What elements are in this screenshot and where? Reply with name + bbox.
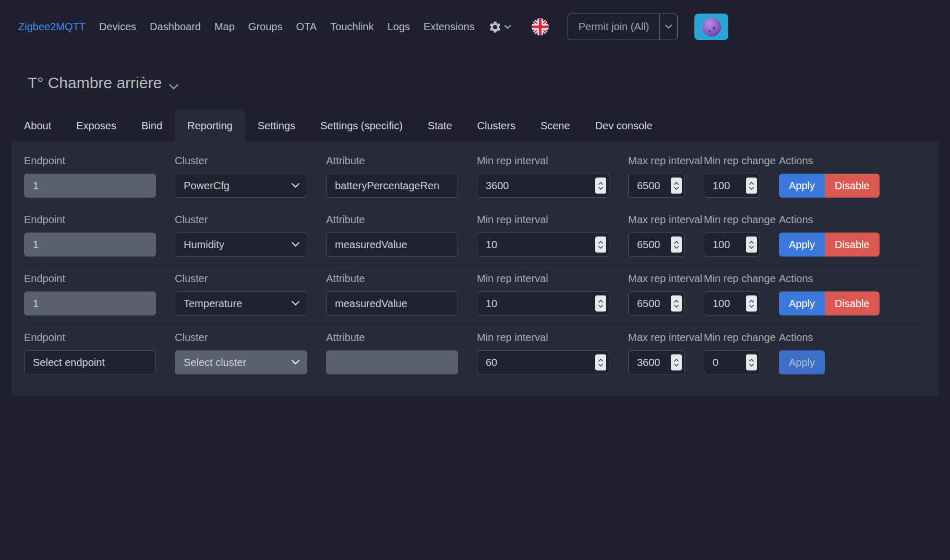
tab-clusters[interactable]: Clusters bbox=[465, 110, 528, 141]
page-title: T° Chambre arrière bbox=[28, 74, 162, 92]
actions-label: Actions bbox=[779, 214, 926, 226]
actions-label: Actions bbox=[779, 155, 926, 167]
endpoint-input bbox=[24, 291, 156, 315]
actions-label: Actions bbox=[779, 273, 926, 285]
chevron-down-icon bbox=[292, 242, 299, 247]
endpoint-label: Endpoint bbox=[24, 273, 156, 285]
nav-item-devices[interactable]: Devices bbox=[99, 21, 136, 33]
min-rep-change-label: Min rep change bbox=[704, 273, 760, 285]
min-rep-change-label: Min rep change bbox=[704, 155, 760, 167]
brand-link[interactable]: Zigbee2MQTT bbox=[18, 21, 86, 33]
apply-button-disabled: Apply bbox=[779, 350, 825, 374]
disable-button[interactable]: Disable bbox=[825, 291, 880, 315]
uk-flag-icon[interactable] bbox=[532, 18, 549, 35]
number-spinner[interactable] bbox=[671, 178, 682, 194]
max-rep-interval-label: Max rep interval bbox=[628, 273, 685, 285]
min-rep-interval-input[interactable] bbox=[477, 350, 609, 374]
permit-join-group: Permit join (All) bbox=[568, 14, 678, 40]
endpoint-input[interactable] bbox=[24, 350, 156, 374]
endpoint-label: Endpoint bbox=[24, 155, 156, 167]
min-rep-interval-input[interactable] bbox=[477, 291, 609, 315]
tab-scene[interactable]: Scene bbox=[528, 110, 583, 141]
theme-toggle-button[interactable] bbox=[694, 14, 728, 40]
number-spinner[interactable] bbox=[746, 178, 757, 194]
cluster-select-value: Select cluster bbox=[184, 357, 246, 369]
actions-label: Actions bbox=[779, 332, 926, 344]
permit-join-button[interactable]: Permit join (All) bbox=[568, 14, 660, 40]
tab-settings[interactable]: Settings bbox=[245, 110, 308, 141]
cluster-select[interactable]: Humidity bbox=[175, 233, 307, 257]
cluster-select[interactable]: PowerCfg bbox=[175, 174, 307, 198]
device-title-dropdown[interactable]: T° Chambre arrière bbox=[28, 74, 950, 92]
reporting-panel: Endpoint Cluster PowerCfg Attribute Min … bbox=[11, 141, 939, 396]
tab-state[interactable]: State bbox=[415, 110, 465, 141]
gear-icon bbox=[488, 20, 502, 34]
cluster-select-value: Humidity bbox=[184, 239, 224, 251]
settings-menu[interactable] bbox=[488, 20, 511, 34]
number-spinner[interactable] bbox=[595, 355, 606, 371]
nav-item-touchlink[interactable]: Touchlink bbox=[330, 21, 374, 33]
permit-join-caret[interactable] bbox=[659, 14, 677, 40]
tab-about[interactable]: About bbox=[11, 110, 64, 141]
min-rep-interval-input[interactable] bbox=[477, 233, 609, 257]
reporting-rule-row: Endpoint Cluster Temperature Attribute M… bbox=[24, 264, 926, 323]
endpoint-label: Endpoint bbox=[24, 214, 156, 226]
nav-item-extensions[interactable]: Extensions bbox=[424, 21, 475, 33]
endpoint-input bbox=[24, 233, 156, 257]
number-spinner[interactable] bbox=[595, 178, 606, 194]
reporting-new-rule-row: Endpoint Cluster Select cluster Attribut… bbox=[24, 323, 926, 382]
endpoint-label: Endpoint bbox=[24, 332, 156, 344]
cluster-select-value: Temperature bbox=[184, 298, 242, 310]
attribute-label: Attribute bbox=[326, 273, 458, 285]
min-rep-change-label: Min rep change bbox=[704, 332, 760, 344]
moon-icon bbox=[702, 18, 721, 36]
apply-button[interactable]: Apply bbox=[779, 233, 825, 257]
chevron-down-icon bbox=[292, 301, 299, 306]
nav-item-ota[interactable]: OTA bbox=[296, 21, 317, 33]
attribute-label: Attribute bbox=[326, 332, 458, 344]
cluster-select-value: PowerCfg bbox=[184, 180, 230, 192]
nav-item-groups[interactable]: Groups bbox=[248, 21, 283, 33]
attribute-input[interactable] bbox=[326, 174, 458, 198]
number-spinner[interactable] bbox=[746, 296, 757, 312]
tab-dev-console[interactable]: Dev console bbox=[583, 110, 665, 141]
cluster-select[interactable]: Select cluster bbox=[175, 350, 307, 374]
attribute-label: Attribute bbox=[326, 214, 458, 226]
min-rep-interval-label: Min rep interval bbox=[477, 273, 609, 285]
tab-bind[interactable]: Bind bbox=[129, 110, 175, 141]
endpoint-input bbox=[24, 174, 156, 198]
cluster-label: Cluster bbox=[175, 155, 307, 167]
disable-button[interactable]: Disable bbox=[825, 233, 880, 257]
tab-exposes[interactable]: Exposes bbox=[64, 110, 129, 141]
number-spinner[interactable] bbox=[746, 355, 757, 371]
attribute-input[interactable] bbox=[326, 233, 458, 257]
number-spinner[interactable] bbox=[595, 296, 606, 312]
max-rep-interval-label: Max rep interval bbox=[628, 155, 685, 167]
number-spinner[interactable] bbox=[671, 296, 682, 312]
cluster-select[interactable]: Temperature bbox=[175, 291, 307, 315]
chevron-down-icon bbox=[169, 76, 178, 93]
navbar: Zigbee2MQTT Devices Dashboard Map Groups… bbox=[18, 14, 932, 40]
nav-item-dashboard[interactable]: Dashboard bbox=[150, 21, 201, 33]
min-rep-interval-label: Min rep interval bbox=[477, 214, 609, 226]
apply-button[interactable]: Apply bbox=[779, 174, 825, 198]
number-spinner[interactable] bbox=[671, 237, 682, 253]
tab-reporting[interactable]: Reporting bbox=[175, 110, 245, 141]
nav-item-map[interactable]: Map bbox=[214, 21, 235, 33]
reporting-rule-row: Endpoint Cluster PowerCfg Attribute Min … bbox=[24, 151, 926, 205]
max-rep-interval-label: Max rep interval bbox=[628, 214, 685, 226]
min-rep-interval-input[interactable] bbox=[477, 174, 609, 198]
disable-button[interactable]: Disable bbox=[825, 174, 880, 198]
attribute-input bbox=[326, 350, 458, 374]
number-spinner[interactable] bbox=[595, 237, 606, 253]
chevron-down-icon bbox=[292, 183, 299, 188]
attribute-input[interactable] bbox=[326, 291, 458, 315]
chevron-down-icon bbox=[292, 360, 299, 365]
attribute-label: Attribute bbox=[326, 155, 458, 167]
max-rep-interval-label: Max rep interval bbox=[628, 332, 685, 344]
nav-item-logs[interactable]: Logs bbox=[387, 21, 410, 33]
apply-button[interactable]: Apply bbox=[779, 291, 825, 315]
tab-settings-specific[interactable]: Settings (specific) bbox=[308, 110, 415, 141]
number-spinner[interactable] bbox=[746, 237, 757, 253]
number-spinner[interactable] bbox=[671, 355, 682, 371]
